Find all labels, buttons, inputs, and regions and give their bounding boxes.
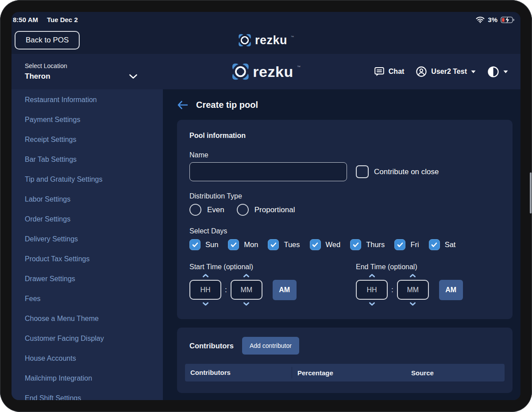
brand-name: rezku — [255, 34, 287, 47]
time-separator: : — [391, 286, 393, 294]
checkbox-checked[interactable] — [189, 239, 200, 250]
page-title-row: Create tip pool — [177, 100, 513, 110]
sidebar-item-order-settings[interactable]: Order Settings — [25, 209, 163, 229]
day-label: Thurs — [366, 240, 385, 249]
hour-decrement-chevron-down-icon[interactable] — [202, 302, 209, 306]
day-checkbox-tues[interactable]: Tues — [268, 239, 300, 250]
day-checkbox-wed[interactable]: Wed — [310, 239, 341, 250]
day-label: Mon — [244, 240, 258, 249]
rezku-logo-icon — [238, 34, 251, 47]
pool-information-card: Pool information Name Contribute on clos… — [177, 120, 513, 319]
sidebar-item-house-accounts[interactable]: House Accounts — [25, 348, 163, 368]
radio-proportional-label: Proportional — [254, 206, 295, 214]
wifi-icon — [476, 16, 485, 23]
back-to-pos-button[interactable]: Back to POS — [15, 31, 80, 50]
sidebar-item-tip-and-gratuity-settings[interactable]: Tip and Gratuity Settings — [25, 169, 163, 189]
add-contributor-button[interactable]: Add contributor — [242, 337, 299, 355]
sidebar-item-bar-tab-settings[interactable]: Bar Tab Settings — [25, 149, 163, 169]
time-section: Start Time (optional) : — [189, 263, 500, 306]
top-bar: Back to POS rezku ™ — [12, 27, 520, 54]
settings-sidebar: Restaurant Information Payment Settings … — [12, 89, 163, 400]
sidebar-item-fees[interactable]: Fees — [25, 289, 163, 309]
sidebar-item-receipt-settings[interactable]: Receipt Settings — [25, 130, 163, 149]
day-checkbox-fri[interactable]: Fri — [394, 239, 419, 250]
day-label: Tues — [284, 240, 300, 249]
tablet-device-frame: 8:50 AM Tue Dec 2 3% — [0, 0, 532, 412]
end-hour-input[interactable] — [356, 280, 388, 300]
checkbox-checked[interactable] — [350, 239, 361, 250]
sidebar-item-delivery-settings[interactable]: Delivery Settings — [25, 229, 163, 249]
device-side-button — [530, 172, 532, 214]
minute-increment-chevron-up-icon[interactable] — [409, 274, 416, 278]
day-label: Sun — [205, 240, 218, 249]
minute-decrement-chevron-down-icon[interactable] — [409, 302, 416, 306]
day-label: Sat — [445, 240, 456, 249]
user-icon — [416, 66, 427, 77]
chat-icon — [374, 66, 385, 77]
sidebar-item-labor-settings[interactable]: Labor Settings — [25, 189, 163, 209]
location-selector[interactable]: Select Location Theron — [25, 62, 138, 81]
end-meridiem-button[interactable]: AM — [439, 280, 463, 300]
user-menu[interactable]: User2 Test — [416, 66, 476, 77]
contributors-card: Contributors Add contributor Contributor… — [177, 328, 513, 393]
day-checkbox-thurs[interactable]: Thurs — [350, 239, 385, 250]
hour-increment-chevron-up-icon[interactable] — [369, 274, 375, 278]
checkbox-checked[interactable] — [268, 239, 279, 250]
sidebar-item-choose-a-menu-theme[interactable]: Choose a Menu Theme — [25, 309, 163, 328]
pool-name-input[interactable] — [189, 162, 347, 181]
contributors-heading: Contributors — [189, 342, 234, 350]
day-checkbox-mon[interactable]: Mon — [228, 239, 258, 250]
page-title: Create tip pool — [196, 100, 258, 110]
battery-percentage: 3% — [488, 16, 497, 23]
sidebar-item-restaurant-information[interactable]: Restaurant Information — [25, 90, 163, 110]
battery-charging-icon — [501, 16, 515, 23]
checkbox-unchecked[interactable] — [356, 165, 369, 178]
column-header-source: Source — [406, 369, 505, 377]
back-arrow-icon[interactable] — [177, 100, 188, 110]
radio-even[interactable]: Even — [189, 204, 224, 216]
start-minute-input[interactable] — [231, 280, 262, 300]
radio-button[interactable] — [189, 204, 201, 216]
main-panel: Create tip pool Pool information Name Co… — [163, 89, 520, 400]
status-bar: 8:50 AM Tue Dec 2 3% — [12, 12, 520, 27]
start-hour-input[interactable] — [189, 280, 221, 300]
sidebar-item-product-tax-settings[interactable]: Product Tax Settings — [25, 249, 163, 269]
minute-decrement-chevron-down-icon[interactable] — [243, 302, 250, 306]
rezku-logo-icon — [231, 63, 249, 80]
chat-button[interactable]: Chat — [374, 66, 405, 77]
checkbox-checked[interactable] — [429, 239, 440, 250]
brand-trademark: ™ — [291, 35, 294, 38]
minute-increment-chevron-up-icon[interactable] — [243, 274, 250, 278]
start-meridiem-button[interactable]: AM — [273, 280, 297, 300]
pool-information-heading: Pool information — [189, 132, 500, 140]
theme-toggle[interactable] — [487, 66, 508, 78]
rezku-logo-large: rezku ™ — [231, 63, 300, 80]
day-label: Wed — [326, 240, 341, 249]
content-area: Restaurant Information Payment Settings … — [12, 89, 520, 400]
end-minute-input[interactable] — [397, 280, 429, 300]
sidebar-item-payment-settings[interactable]: Payment Settings — [25, 110, 163, 130]
end-time-group: End Time (optional) : — [356, 263, 463, 306]
day-label: Fri — [410, 240, 419, 249]
radio-button[interactable] — [237, 204, 249, 216]
end-time-label: End Time (optional) — [356, 263, 463, 271]
hour-increment-chevron-up-icon[interactable] — [202, 274, 209, 278]
checkbox-checked[interactable] — [310, 239, 321, 250]
hour-decrement-chevron-down-icon[interactable] — [369, 302, 375, 306]
sidebar-item-customer-facing-display[interactable]: Customer Facing Display — [25, 328, 163, 348]
contribute-on-close-checkbox[interactable]: Contribute on close — [356, 165, 439, 178]
brand-name: rezku — [253, 63, 293, 80]
name-label: Name — [189, 151, 500, 159]
chevron-down-icon — [129, 74, 138, 79]
brand-trademark: ™ — [297, 65, 301, 69]
sidebar-item-end-shift-settings[interactable]: End Shift Settings — [25, 388, 163, 400]
checkbox-checked[interactable] — [394, 239, 405, 250]
time-separator: : — [225, 286, 227, 294]
day-checkbox-sun[interactable]: Sun — [189, 239, 218, 250]
radio-proportional[interactable]: Proportional — [237, 204, 295, 216]
checkbox-checked[interactable] — [228, 239, 239, 250]
sidebar-item-drawer-settings[interactable]: Drawer Settings — [25, 269, 163, 289]
start-time-label: Start Time (optional) — [189, 263, 356, 271]
day-checkbox-sat[interactable]: Sat — [429, 239, 456, 250]
sidebar-item-mailchimp-integration[interactable]: Mailchimp Integration — [25, 368, 163, 388]
